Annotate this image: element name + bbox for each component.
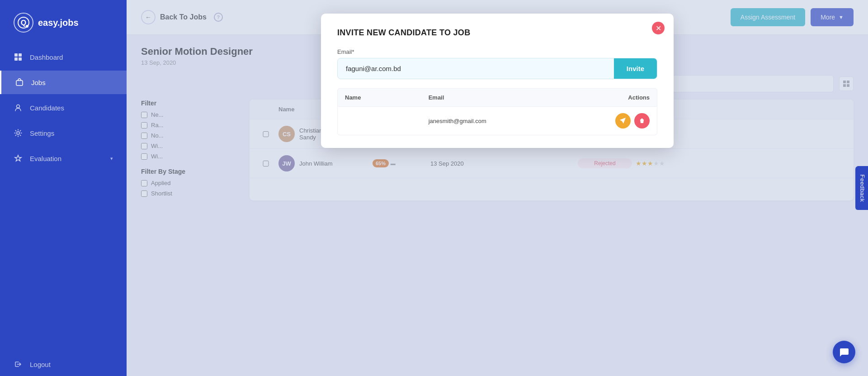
dashboard-label: Dashboard	[30, 53, 63, 61]
sidebar-item-candidates[interactable]: Candidates	[0, 96, 127, 119]
main-content: ← Back To Jobs ? Assign Assessment More …	[127, 0, 868, 376]
modal-close-button[interactable]: ✕	[652, 22, 665, 34]
evaluation-label: Evaluation	[30, 155, 61, 162]
candidates-icon	[14, 103, 23, 112]
logout-icon	[14, 360, 23, 369]
email-label: Email*	[337, 48, 657, 55]
evaluation-chevron: ▾	[110, 156, 113, 162]
invited-table-header: Name Email Actions	[337, 88, 657, 107]
modal-overlay: INVITE NEW CANDIDATE TO JOB ✕ Email* Inv…	[127, 0, 868, 376]
sidebar: Q easy.jobs Dashboard Jobs Candidates	[0, 0, 127, 376]
sidebar-item-jobs[interactable]: Jobs	[0, 71, 127, 94]
logout-label: Logout	[30, 361, 51, 368]
svg-point-2	[26, 25, 28, 28]
jobs-label: Jobs	[31, 79, 46, 86]
svg-rect-6	[19, 57, 22, 61]
email-input[interactable]	[338, 58, 614, 79]
svg-point-9	[17, 132, 19, 134]
svg-rect-7	[16, 81, 23, 86]
modal-title: INVITE NEW CANDIDATE TO JOB	[337, 28, 657, 38]
svg-rect-4	[19, 53, 22, 57]
invited-col-name: Name	[345, 94, 429, 101]
invite-modal: INVITE NEW CANDIDATE TO JOB ✕ Email* Inv…	[321, 14, 674, 148]
invite-button[interactable]: Invite	[614, 58, 657, 79]
sidebar-nav: Dashboard Jobs Candidates Settings Evalu…	[0, 45, 127, 170]
delete-invite-button[interactable]	[634, 113, 650, 129]
invited-email: janesmith@gmail.com	[429, 118, 595, 124]
sidebar-item-settings[interactable]: Settings	[0, 121, 127, 145]
svg-text:Q: Q	[21, 19, 26, 27]
invited-row: janesmith@gmail.com	[337, 107, 657, 135]
logo-area: Q easy.jobs	[0, 0, 127, 45]
settings-label: Settings	[30, 129, 54, 137]
invited-actions	[595, 113, 650, 129]
svg-rect-3	[14, 53, 18, 57]
evaluation-icon	[14, 154, 23, 163]
candidates-label: Candidates	[30, 104, 64, 112]
dashboard-icon	[14, 52, 23, 62]
svg-point-8	[17, 105, 20, 108]
svg-rect-5	[14, 57, 18, 61]
sidebar-item-dashboard[interactable]: Dashboard	[0, 45, 127, 69]
sidebar-item-evaluation[interactable]: Evaluation ▾	[0, 147, 127, 170]
feedback-tab[interactable]: Feedback	[855, 166, 868, 210]
sidebar-item-logout[interactable]: Logout	[0, 352, 127, 376]
invited-col-actions: Actions	[595, 94, 650, 101]
invite-input-row: Invite	[337, 58, 657, 79]
jobs-icon	[15, 78, 24, 87]
invited-col-email: Email	[429, 94, 595, 101]
send-invite-button[interactable]	[615, 113, 631, 129]
logo-text: easy.jobs	[38, 18, 79, 28]
logo-icon: Q	[14, 13, 33, 33]
sidebar-bottom: Logout	[0, 352, 127, 376]
chat-bubble[interactable]	[833, 341, 855, 363]
settings-icon	[14, 129, 23, 138]
